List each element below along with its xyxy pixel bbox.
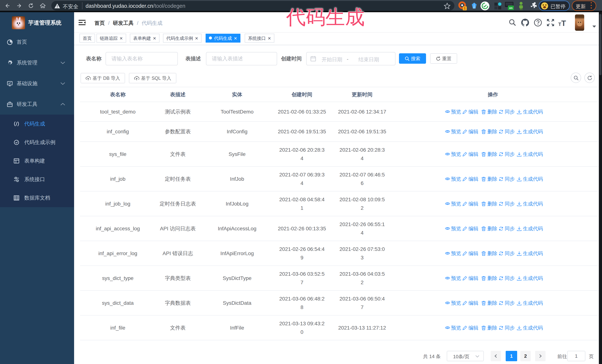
svg-text:1: 1 [464, 7, 465, 10]
svg-text:on: on [509, 6, 513, 10]
